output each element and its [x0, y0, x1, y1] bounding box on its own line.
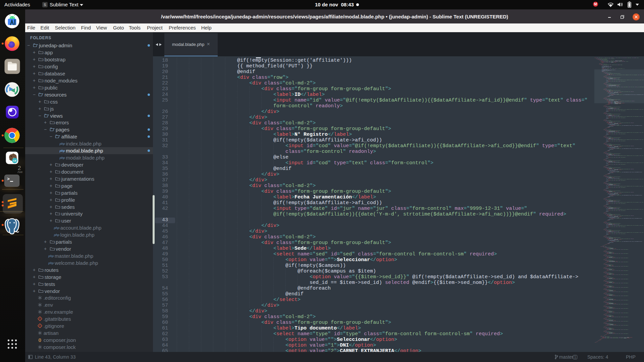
svg-text:>: >	[7, 177, 10, 182]
svg-text:CE: CE	[13, 159, 16, 162]
